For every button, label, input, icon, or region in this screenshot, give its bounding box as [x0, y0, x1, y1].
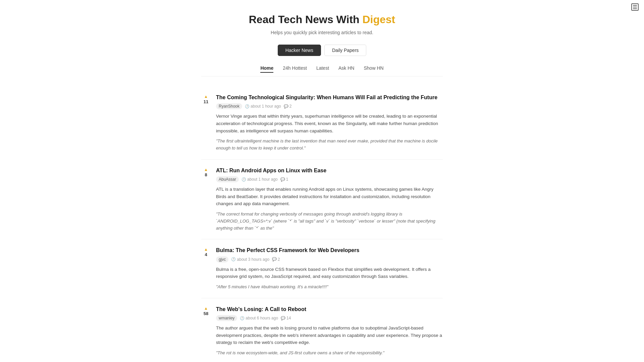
article-time: 🕐 about 1 hour ago [245, 104, 281, 109]
article-content: Bulma: The Perfect CSS Framework for Web… [216, 247, 443, 290]
article-time: 🕐 about 1 hour ago [241, 177, 278, 182]
source-tabs: Hacker News Daily Papers [201, 45, 443, 56]
article-content: The Web's Losing: A Call to Reboot wmanl… [216, 306, 443, 357]
nav-tabs: Home 24h Hottest Latest Ask HN Show HN [201, 65, 443, 76]
article-comments[interactable]: 💬 1 [280, 177, 288, 182]
nav-tab-24h-hottest[interactable]: 24h Hottest [283, 65, 307, 73]
article-comments[interactable]: 💬 14 [281, 316, 291, 320]
vote-section: ▲ 4 [201, 247, 211, 257]
vote-count: 58 [204, 311, 208, 316]
nav-tab-ask-hn[interactable]: Ask HN [338, 65, 354, 73]
article-meta: RyanShook 🕐 about 1 hour ago 💬 2 [216, 103, 443, 109]
article-quote: "The correct format for changing verbosi… [216, 211, 443, 232]
article-list: ▲ 11 The Coming Technological Singularit… [201, 86, 443, 362]
article-content: The Coming Technological Singularity: Wh… [216, 94, 443, 152]
upvote-button[interactable]: ▲ [204, 306, 208, 310]
article-meta: gjvc 🕐 about 3 hours ago 💬 2 [216, 256, 443, 262]
article-comments[interactable]: 💬 2 [272, 257, 280, 262]
vote-section: ▲ 58 [201, 306, 211, 316]
tab-hacker-news[interactable]: Hacker News [278, 45, 321, 56]
vote-count: 11 [204, 99, 208, 104]
article-summary: Bulma is a free, open-source CSS framewo… [216, 266, 443, 280]
article-comments[interactable]: 💬 2 [284, 104, 292, 109]
article-time: 🕐 about 3 hours ago [231, 257, 269, 262]
article-author[interactable]: wmanley [216, 315, 237, 321]
page-title-highlight: Digest [362, 13, 395, 25]
upvote-button[interactable]: ▲ [204, 95, 208, 99]
article-author[interactable]: gjvc [216, 256, 228, 262]
article-quote: "The first ultraintelligent machine is t… [216, 138, 443, 152]
article-item: ▲ 58 The Web's Losing: A Call to Reboot … [201, 298, 443, 362]
vote-section: ▲ 8 [201, 167, 211, 177]
article-item: ▲ 11 The Coming Technological Singularit… [201, 86, 443, 160]
page-subtitle: Helps you quickly pick interesting artic… [201, 30, 443, 35]
vote-count: 8 [205, 172, 207, 177]
nav-tab-home[interactable]: Home [260, 65, 273, 73]
article-summary: The author argues that the web is losing… [216, 324, 443, 346]
nav-tab-show-hn[interactable]: Show HN [364, 65, 383, 73]
article-title[interactable]: Bulma: The Perfect CSS Framework for Web… [216, 247, 443, 254]
article-item: ▲ 4 Bulma: The Perfect CSS Framework for… [201, 239, 443, 298]
article-item: ▲ 8 ATL: Run Android Apps on Linux with … [201, 160, 443, 240]
article-summary: ATL is a translation layer that enables … [216, 186, 443, 207]
tab-daily-papers[interactable]: Daily Papers [324, 45, 366, 56]
article-title[interactable]: The Coming Technological Singularity: Wh… [216, 94, 443, 101]
clock-icon: 🕐 [231, 257, 236, 261]
clock-icon: 🕐 [240, 316, 245, 320]
comment-icon: 💬 [280, 177, 285, 182]
upvote-button[interactable]: ▲ [204, 168, 208, 172]
page-title-prefix: Read Tech News With [249, 13, 363, 25]
article-title[interactable]: ATL: Run Android Apps on Linux with Ease [216, 167, 443, 174]
article-author[interactable]: AbuAssar [216, 176, 239, 182]
comment-icon: 💬 [272, 257, 277, 261]
article-summary: Vernor Vinge argues that within thirty y… [216, 113, 443, 134]
comment-icon: 💬 [281, 316, 285, 320]
comment-icon: 💬 [284, 104, 288, 109]
menu-button[interactable] [631, 3, 639, 11]
page-title: Read Tech News With Digest [201, 13, 443, 26]
article-title[interactable]: The Web's Losing: A Call to Reboot [216, 306, 443, 313]
article-quote: "After 5 minutes I have #bulmaio working… [216, 284, 443, 291]
article-meta: AbuAssar 🕐 about 1 hour ago 💬 1 [216, 176, 443, 182]
vote-count: 4 [205, 252, 207, 257]
article-quote: "The rot is now ecosystem-wide, and JS-f… [216, 350, 443, 357]
clock-icon: 🕐 [245, 104, 250, 109]
page-wrapper: Read Tech News With Digest Helps you qui… [195, 0, 449, 362]
upvote-button[interactable]: ▲ [204, 247, 208, 251]
clock-icon: 🕐 [241, 177, 246, 182]
article-meta: wmanley 🕐 about 6 hours ago 💬 14 [216, 315, 443, 321]
nav-tab-latest[interactable]: Latest [316, 65, 329, 73]
article-author[interactable]: RyanShook [216, 103, 242, 109]
vote-section: ▲ 11 [201, 94, 211, 104]
top-bar [626, 0, 644, 14]
article-time: 🕐 about 6 hours ago [240, 316, 278, 320]
article-content: ATL: Run Android Apps on Linux with Ease… [216, 167, 443, 232]
